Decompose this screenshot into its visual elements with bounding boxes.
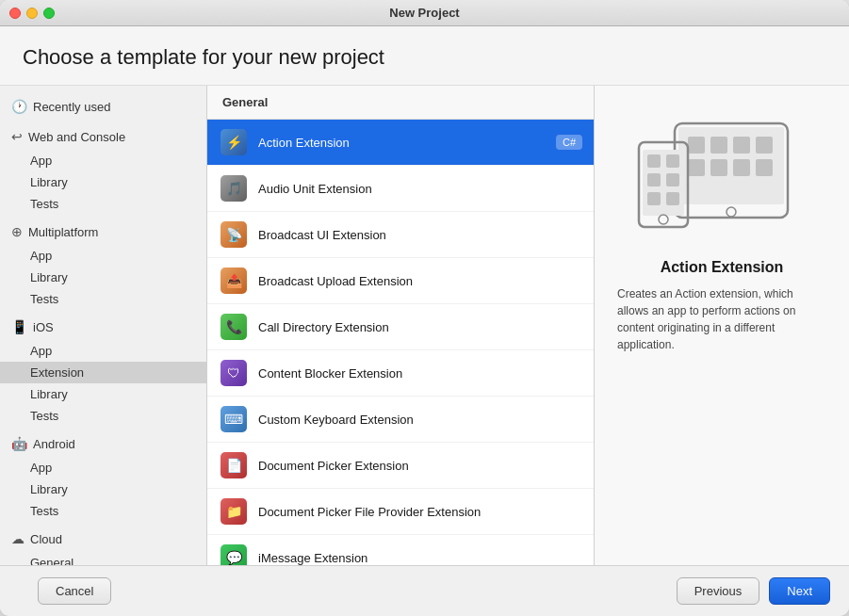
sidebar-section-label-web-console: Web and Console bbox=[28, 130, 125, 144]
template-name-action: Action Extension bbox=[258, 136, 556, 150]
template-name-call-directory: Call Directory Extension bbox=[258, 320, 582, 334]
sidebar-header-multiplatform[interactable]: ⊕ Multiplatform bbox=[0, 219, 206, 245]
clock-icon: 🕐 bbox=[11, 99, 27, 114]
template-item-custom-keyboard[interactable]: ⌨ Custom Keyboard Extension bbox=[207, 397, 594, 443]
sidebar-item-ios-extension[interactable]: Extension bbox=[0, 362, 206, 383]
sidebar-header-cloud[interactable]: ☁ Cloud bbox=[0, 526, 206, 552]
window-title: New Project bbox=[389, 6, 459, 20]
detail-panel: Action Extension Creates an Action exten… bbox=[595, 86, 849, 565]
custom-keyboard-icon: ⌨ bbox=[219, 404, 249, 434]
svg-rect-18 bbox=[666, 192, 679, 205]
template-name-content-blocker: Content Blocker Extension bbox=[258, 366, 582, 381]
sidebar-section-multiplatform: ⊕ Multiplatform App Library Tests bbox=[0, 219, 206, 310]
sidebar-section-cloud: ☁ Cloud General bbox=[0, 526, 206, 565]
footer: Cancel Previous Next bbox=[0, 565, 849, 616]
cloud-icon: ☁ bbox=[11, 531, 24, 546]
sidebar-item-android-tests[interactable]: Tests bbox=[0, 500, 206, 522]
maximize-button[interactable] bbox=[43, 8, 55, 19]
svg-rect-15 bbox=[647, 173, 661, 186]
svg-point-10 bbox=[727, 207, 736, 217]
svg-point-19 bbox=[659, 215, 668, 224]
sidebar-section-label-recently-used: Recently used bbox=[33, 100, 110, 114]
template-item-call-directory[interactable]: 📞 Call Directory Extension bbox=[207, 304, 594, 350]
template-name-broadcast-upload: Broadcast Upload Extension bbox=[258, 274, 582, 288]
sidebar-item-web-tests[interactable]: Tests bbox=[0, 193, 206, 215]
sidebar-header-recently-used[interactable]: 🕐 Recently used bbox=[0, 93, 206, 120]
lang-badge-action: C# bbox=[556, 135, 582, 150]
svg-rect-14 bbox=[666, 154, 679, 168]
next-button[interactable]: Next bbox=[769, 577, 830, 605]
sidebar-section-label-cloud: Cloud bbox=[30, 532, 62, 546]
template-item-imessage[interactable]: 💬 iMessage Extension bbox=[207, 535, 594, 565]
template-name-document-picker-fp: Document Picker File Provider Extension bbox=[258, 505, 582, 519]
call-directory-icon: 📞 bbox=[219, 312, 249, 342]
previous-button[interactable]: Previous bbox=[677, 577, 760, 605]
svg-rect-2 bbox=[688, 137, 705, 154]
sidebar-item-ios-app[interactable]: App bbox=[0, 340, 206, 362]
template-list: ⚡ Action Extension C# 🎵 Audio Unit Exten… bbox=[207, 120, 594, 565]
page-header: Choose a template for your new project bbox=[0, 26, 849, 86]
sidebar-header-ios[interactable]: 📱 iOS bbox=[0, 314, 206, 340]
sidebar-header-android[interactable]: 🤖 Android bbox=[0, 430, 206, 457]
imessage-icon: 💬 bbox=[219, 543, 249, 565]
sidebar-section-ios: 📱 iOS App Extension Library Tests bbox=[0, 314, 206, 427]
sidebar: 🕐 Recently used ↩ Web and Console App Li… bbox=[0, 86, 207, 565]
svg-rect-9 bbox=[756, 159, 773, 176]
sidebar-item-multi-tests[interactable]: Tests bbox=[0, 288, 206, 310]
svg-rect-8 bbox=[733, 159, 750, 176]
sidebar-section-android: 🤖 Android App Library Tests bbox=[0, 430, 206, 522]
broadcast-upload-icon: 📤 bbox=[219, 266, 249, 296]
close-button[interactable] bbox=[9, 8, 21, 19]
sidebar-item-android-library[interactable]: Library bbox=[0, 478, 206, 500]
sidebar-section-web-console: ↩ Web and Console App Library Tests bbox=[0, 123, 206, 215]
action-extension-icon: ⚡ bbox=[219, 127, 249, 157]
template-name-imessage: iMessage Extension bbox=[258, 551, 582, 565]
android-icon: 🤖 bbox=[11, 436, 27, 451]
main-content: 🕐 Recently used ↩ Web and Console App Li… bbox=[0, 86, 849, 565]
svg-rect-6 bbox=[688, 159, 705, 176]
sidebar-section-label-android: Android bbox=[33, 437, 75, 451]
template-item-broadcast-upload[interactable]: 📤 Broadcast Upload Extension bbox=[207, 258, 594, 304]
svg-rect-5 bbox=[756, 137, 773, 154]
sidebar-item-android-app[interactable]: App bbox=[0, 457, 206, 478]
sidebar-item-cloud-general[interactable]: General bbox=[0, 552, 206, 565]
svg-rect-7 bbox=[710, 159, 727, 176]
audio-unit-icon: 🎵 bbox=[219, 173, 249, 203]
sidebar-item-web-library[interactable]: Library bbox=[0, 171, 206, 193]
document-picker-icon: 📄 bbox=[219, 450, 249, 480]
window-controls bbox=[9, 8, 55, 19]
cancel-button[interactable]: Cancel bbox=[38, 577, 111, 605]
sidebar-section-label-multiplatform: Multiplatform bbox=[28, 225, 98, 239]
sidebar-item-ios-library[interactable]: Library bbox=[0, 383, 206, 405]
template-name-broadcast-ui: Broadcast UI Extension bbox=[258, 228, 582, 242]
sidebar-item-web-app[interactable]: App bbox=[0, 150, 206, 171]
template-item-content-blocker[interactable]: 🛡 Content Blocker Extension bbox=[207, 350, 594, 397]
footer-right: Previous Next bbox=[677, 577, 830, 605]
document-picker-fp-icon: 📁 bbox=[219, 496, 249, 527]
svg-rect-3 bbox=[710, 137, 727, 154]
sidebar-item-ios-tests[interactable]: Tests bbox=[0, 405, 206, 427]
svg-rect-4 bbox=[733, 137, 750, 154]
template-name-custom-keyboard: Custom Keyboard Extension bbox=[258, 413, 582, 427]
template-item-audio-unit[interactable]: 🎵 Audio Unit Extension bbox=[207, 166, 594, 212]
template-item-document-picker-file-provider[interactable]: 📁 Document Picker File Provider Extensio… bbox=[207, 489, 594, 535]
ios-icon: 📱 bbox=[11, 319, 27, 334]
sidebar-header-web-console[interactable]: ↩ Web and Console bbox=[0, 123, 206, 150]
multiplatform-icon: ⊕ bbox=[11, 224, 23, 239]
svg-rect-16 bbox=[666, 173, 679, 186]
title-bar: New Project bbox=[0, 0, 849, 26]
detail-title: Action Extension bbox=[661, 259, 784, 276]
sidebar-section-recently-used: 🕐 Recently used bbox=[0, 93, 206, 120]
sidebar-item-multi-app[interactable]: App bbox=[0, 245, 206, 267]
sidebar-item-multi-library[interactable]: Library bbox=[0, 267, 206, 288]
footer-inner: Cancel Previous Next bbox=[19, 577, 830, 605]
svg-rect-17 bbox=[647, 192, 661, 205]
template-item-document-picker[interactable]: 📄 Document Picker Extension bbox=[207, 443, 594, 489]
web-console-icon: ↩ bbox=[11, 129, 23, 144]
content-blocker-icon: 🛡 bbox=[219, 358, 249, 388]
template-item-action-extension[interactable]: ⚡ Action Extension C# bbox=[207, 120, 594, 166]
template-item-broadcast-ui[interactable]: 📡 Broadcast UI Extension bbox=[207, 212, 594, 258]
template-name-document-picker: Document Picker Extension bbox=[258, 459, 582, 473]
minimize-button[interactable] bbox=[26, 8, 38, 19]
panel-header: General bbox=[207, 86, 594, 120]
